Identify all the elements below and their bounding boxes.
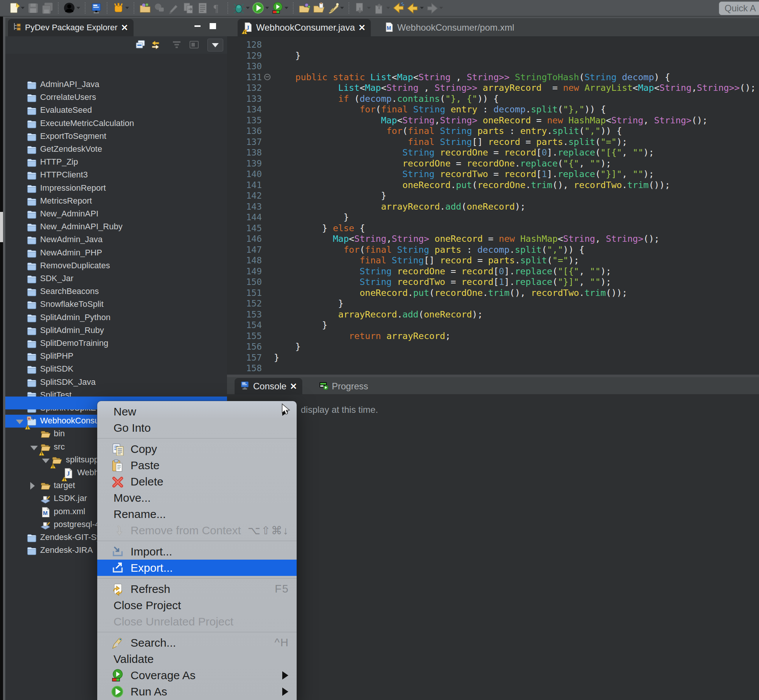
run-button[interactable] xyxy=(252,2,269,14)
import-wizard-button[interactable] xyxy=(139,2,151,14)
tree-item-new-adminapi[interactable]: New_AdminAPI xyxy=(5,208,227,220)
tree-item-metricsreport[interactable]: MetricsReport xyxy=(5,195,227,208)
console-tab-console[interactable]: Console✕ xyxy=(234,378,302,395)
close-icon[interactable]: ✕ xyxy=(290,381,297,392)
maximize-button[interactable] xyxy=(209,23,217,30)
chevron-down-icon[interactable] xyxy=(439,7,443,9)
tree-item-executemetriccalculation[interactable]: ExecuteMetricCalculation xyxy=(5,117,227,130)
new-wizard-button[interactable] xyxy=(8,2,25,14)
menu-item-coverage-as[interactable]: Coverage As xyxy=(97,667,297,683)
next-annotation-button[interactable] xyxy=(354,2,371,14)
fold-collapse-icon[interactable] xyxy=(264,74,270,80)
view-menu-button[interactable] xyxy=(207,39,223,52)
tree-item-impressionreport[interactable]: ImpressionReport xyxy=(5,182,227,195)
filters-button[interactable] xyxy=(171,39,183,52)
tree-item-exporttosegment[interactable]: ExportToSegment xyxy=(5,130,227,143)
tree-item-newadmin-php[interactable]: NewAdmin_PHP xyxy=(5,247,227,259)
tree-item-new-adminapi-ruby[interactable]: New_AdminAPI_Ruby xyxy=(5,220,227,233)
menu-shortcut: F5 xyxy=(275,583,289,595)
menu-item-move-[interactable]: Move... xyxy=(97,490,297,506)
menu-item-rename-[interactable]: Rename... xyxy=(97,506,297,522)
chevron-down-icon[interactable] xyxy=(125,7,129,9)
chevron-down-icon[interactable] xyxy=(284,7,288,9)
tree-item-splitphp[interactable]: SplitPHP xyxy=(5,350,227,363)
expander-down-icon[interactable] xyxy=(42,459,50,463)
debug-button[interactable] xyxy=(233,2,250,14)
focus-view-button[interactable] xyxy=(189,39,200,52)
show-whitespace-button[interactable]: ¶ xyxy=(211,2,223,14)
project-icon xyxy=(26,157,37,170)
editor-tab-webhookconsumer-java[interactable]: J WebhookConsumer.java✕ xyxy=(237,19,371,36)
collapse-all-button[interactable] xyxy=(135,39,146,52)
chevron-down-icon[interactable] xyxy=(420,7,424,9)
tree-item-splitadmin-ruby[interactable]: SplitAdmin_Ruby xyxy=(5,324,227,337)
close-icon[interactable]: ✕ xyxy=(121,23,128,33)
maven-pom-icon: M xyxy=(384,22,394,33)
menu-item-copy[interactable]: Copy xyxy=(97,441,297,457)
save-all-button[interactable] xyxy=(41,2,53,14)
tree-item-splitsdk-java[interactable]: SplitSDK_Java xyxy=(5,376,227,389)
chevron-down-icon[interactable] xyxy=(340,7,344,9)
menu-item-close-project[interactable]: Close Project xyxy=(97,597,297,613)
highlighter-button[interactable] xyxy=(327,2,344,14)
save-button[interactable] xyxy=(27,2,39,14)
menu-item-paste[interactable]: Paste xyxy=(97,457,297,473)
menu-item-search-[interactable]: Search...^H xyxy=(97,634,297,651)
menu-item-go-into[interactable]: Go Into xyxy=(97,420,297,436)
tree-item-httpclient3[interactable]: HTTPClient3 xyxy=(5,169,227,181)
chevron-down-icon[interactable] xyxy=(265,7,269,9)
project-icon xyxy=(26,312,37,325)
team-sync-button[interactable] xyxy=(153,2,166,14)
minimize-button[interactable] xyxy=(194,23,202,30)
tree-item-searchbeacons[interactable]: SearchBeacons xyxy=(5,285,227,298)
back-history-button[interactable] xyxy=(407,2,424,14)
tree-item-splitadmin-python[interactable]: SplitAdmin_Python xyxy=(5,311,227,324)
last-edit-location-button[interactable] xyxy=(392,2,404,14)
expander-down-icon[interactable] xyxy=(30,446,38,450)
expander-down-icon[interactable] xyxy=(16,420,23,424)
open-console-button[interactable] xyxy=(90,2,102,14)
copy-qualified-button[interactable] xyxy=(182,2,194,14)
console-resize-sash[interactable] xyxy=(227,375,759,377)
tree-item-sdk-jar[interactable]: SDK_Jar xyxy=(5,272,227,285)
tree-item-evaluateseed[interactable]: EvaluateSeed xyxy=(5,104,227,117)
tree-item-splitsdk[interactable]: SplitSDK xyxy=(5,363,227,376)
tree-item-http-zip[interactable]: HTTP_Zip xyxy=(5,156,227,169)
open-task-button[interactable] xyxy=(312,2,325,14)
tree-item-correlateusers[interactable]: CorrelateUsers xyxy=(5,91,227,104)
tree-item-snowflaketosplit[interactable]: SnowflakeToSplit xyxy=(5,298,227,311)
chevron-down-icon[interactable] xyxy=(367,7,371,9)
menu-item-import-[interactable]: Import... xyxy=(97,543,297,559)
forward-history-button[interactable] xyxy=(426,2,443,14)
editor-tab-webhookconsumer-pom-xml[interactable]: M WebhookConsumer/pom.xml xyxy=(379,19,520,36)
prev-annotation-button[interactable] xyxy=(373,2,390,14)
tab-pydev-package-explorer[interactable]: PyDev Package Explorer ✕ xyxy=(8,19,134,36)
tree-item-getzendeskvote[interactable]: GetZendeskVote xyxy=(5,143,227,156)
user-profile-button[interactable] xyxy=(63,2,80,14)
code-area[interactable]: 128129 }130131 public static List<Map<St… xyxy=(227,36,759,375)
tree-item-splitdemotraining[interactable]: SplitDemoTraining xyxy=(5,337,227,350)
close-icon[interactable]: ✕ xyxy=(358,23,365,33)
show-outline-button[interactable] xyxy=(196,2,208,14)
open-type-button[interactable] xyxy=(298,2,310,14)
menu-item-export-[interactable]: Export... xyxy=(97,559,297,576)
quick-access-box[interactable]: Quick A xyxy=(719,2,759,15)
link-with-editor-button[interactable] xyxy=(150,39,161,52)
tree-item-adminapi-java[interactable]: AdminAPI_Java xyxy=(5,78,227,91)
menu-item-new[interactable]: New xyxy=(97,403,297,420)
menu-item-refresh[interactable]: RefreshF5 xyxy=(97,581,297,597)
chevron-down-icon[interactable] xyxy=(21,7,25,9)
tree-item-newadmin-java[interactable]: NewAdmin_Java xyxy=(5,233,227,246)
chevron-down-icon[interactable] xyxy=(77,7,80,9)
mark-occurrences-button[interactable] xyxy=(168,2,180,14)
menu-item-run-as[interactable]: Run As xyxy=(97,683,297,700)
console-tab-progress[interactable]: Progress xyxy=(313,378,373,395)
plugin-orange-button[interactable] xyxy=(112,2,129,14)
coverage-button[interactable] xyxy=(271,2,288,14)
menu-item-delete[interactable]: Delete xyxy=(97,473,297,490)
chevron-down-icon[interactable] xyxy=(386,7,390,9)
chevron-down-icon[interactable] xyxy=(246,7,250,9)
tree-item-removeduplicates[interactable]: RemoveDuplicates xyxy=(5,259,227,272)
menu-item-validate[interactable]: Validate xyxy=(97,651,297,667)
expander-right-icon[interactable] xyxy=(30,482,35,490)
